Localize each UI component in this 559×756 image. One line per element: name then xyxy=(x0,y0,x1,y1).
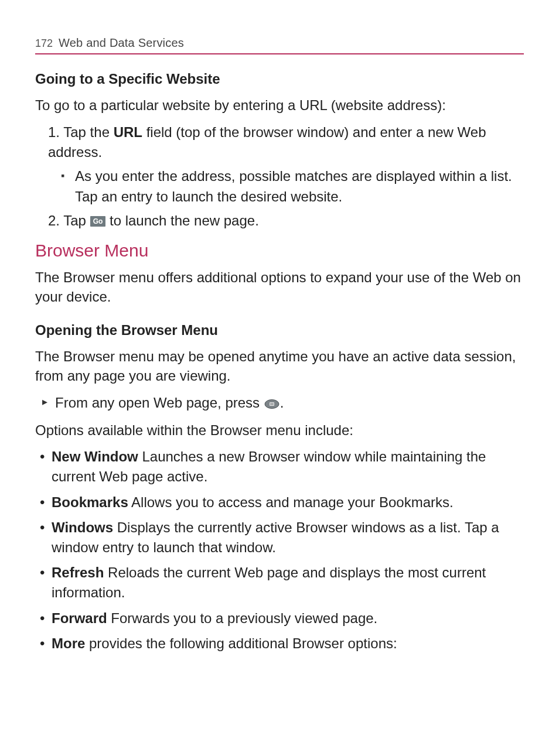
heading-browser-menu: Browser Menu xyxy=(35,241,524,261)
option-forward: Forward Forwards you to a previously vie… xyxy=(52,608,524,628)
step-1-pre: Tap the xyxy=(63,124,113,140)
option-bold: Bookmarks xyxy=(52,494,128,510)
option-text: Displays the currently active Browser wi… xyxy=(52,519,499,555)
step-text: Tap Go to launch the new page. xyxy=(63,213,259,228)
subheading-going-to-website: Going to a Specific Website xyxy=(35,71,524,87)
option-refresh: Refresh Reloads the current Web page and… xyxy=(52,563,524,602)
option-bold: Forward xyxy=(52,610,107,626)
option-text: Reloads the current Web page and display… xyxy=(52,565,486,600)
svg-rect-1 xyxy=(270,402,274,406)
option-bold: New Window xyxy=(52,449,138,464)
options-list: New Window Launches a new Browser window… xyxy=(35,447,524,653)
step-2: 2. Tap Go to launch the new page. xyxy=(48,211,524,231)
option-bold: Windows xyxy=(52,519,113,535)
option-more: More provides the following additional B… xyxy=(52,634,524,654)
menu-key-icon xyxy=(264,399,280,409)
option-windows: Windows Displays the currently active Br… xyxy=(52,518,524,557)
press-menu-list: From any open Web page, press . xyxy=(35,393,524,413)
page-header: 172 Web and Data Services xyxy=(35,36,524,54)
step-number: 2. xyxy=(48,213,60,228)
option-text: Forwards you to a previously viewed page… xyxy=(107,610,378,626)
press-menu-text: From any open Web page, press xyxy=(55,395,264,411)
opening-browser-intro: The Browser menu may be opened anytime y… xyxy=(35,347,524,386)
option-new-window: New Window Launches a new Browser window… xyxy=(52,447,524,486)
option-bookmarks: Bookmarks Allows you to access and manag… xyxy=(52,492,524,512)
header-title: Web and Data Services xyxy=(59,36,184,50)
step-2-pre: Tap xyxy=(63,213,90,228)
options-intro: Options available within the Browser men… xyxy=(35,420,524,440)
step-text: Tap the URL field (top of the browser wi… xyxy=(48,124,486,160)
option-text: Allows you to access and manage your Boo… xyxy=(128,494,454,510)
step-1-sublist: As you enter the address, possible match… xyxy=(48,166,524,207)
press-menu-period: . xyxy=(280,395,284,411)
go-button-icon: Go xyxy=(90,216,106,227)
page-number: 172 xyxy=(35,37,53,50)
press-menu-item: From any open Web page, press . xyxy=(55,393,524,413)
step-1: 1. Tap the URL field (top of the browser… xyxy=(48,122,524,207)
url-label: URL xyxy=(114,124,142,140)
step-2-post: to launch the new page. xyxy=(105,213,259,228)
option-text: provides the following additional Browse… xyxy=(85,635,397,651)
step-number: 1. xyxy=(48,124,60,140)
option-bold: More xyxy=(52,635,85,651)
steps-list: 1. Tap the URL field (top of the browser… xyxy=(35,122,524,231)
step-1-sub: As you enter the address, possible match… xyxy=(75,166,524,207)
intro-text-1: To go to a particular website by enterin… xyxy=(35,95,524,115)
browser-menu-intro: The Browser menu offers additional optio… xyxy=(35,268,524,307)
option-bold: Refresh xyxy=(52,565,104,580)
step-1-sub-text: As you enter the address, possible match… xyxy=(75,168,512,204)
subheading-opening-browser-menu: Opening the Browser Menu xyxy=(35,322,524,338)
